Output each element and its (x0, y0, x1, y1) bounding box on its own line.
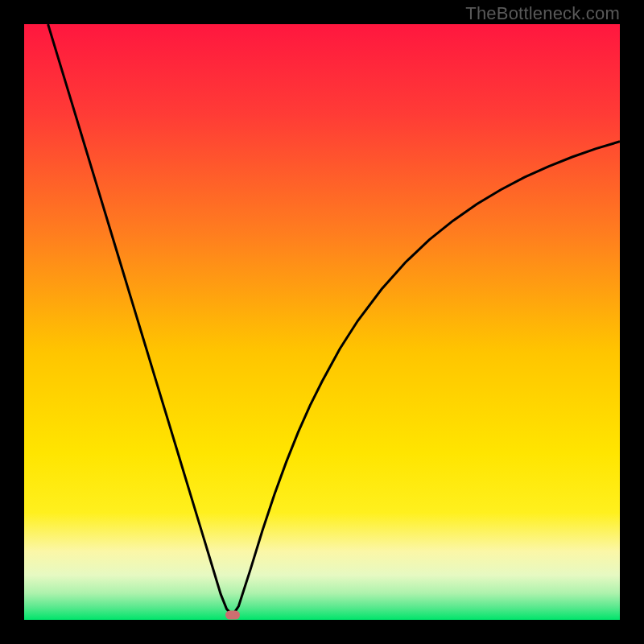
chart-background (24, 24, 620, 620)
watermark-text: TheBottleneck.com (465, 3, 620, 24)
optimal-point-marker (225, 611, 240, 620)
bottleneck-chart (24, 24, 620, 620)
chart-frame (24, 24, 620, 620)
